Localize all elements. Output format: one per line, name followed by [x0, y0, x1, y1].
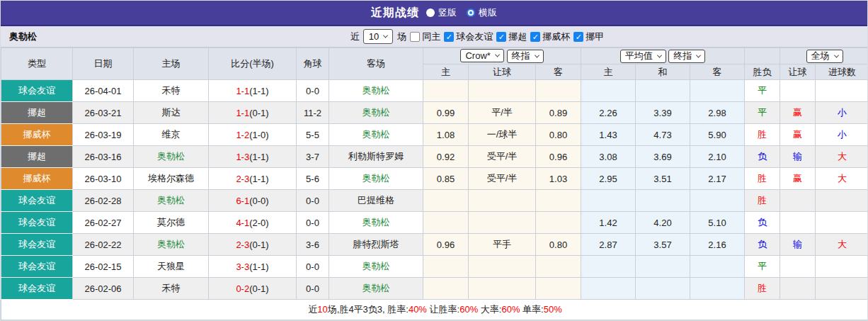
corner-cell: 3-7: [297, 146, 329, 168]
odds-home-cell: 0.99: [423, 102, 469, 124]
avg-away-cell: 5.90: [690, 124, 745, 146]
home-team-cell: 禾特: [134, 80, 209, 102]
avg-home-cell: [581, 256, 636, 278]
type-badge: 球会友谊: [1, 212, 73, 234]
avg-away-cell: 5.10: [690, 212, 745, 234]
handicap-result-cell: 赢: [780, 168, 816, 190]
result-header-spacer: [745, 48, 780, 64]
filter-obos-checkbox[interactable]: ✓: [573, 32, 583, 42]
score-cell: 2-3(1-1): [209, 168, 297, 190]
odds-final-select[interactable]: 终指: [507, 50, 544, 63]
scope-select[interactable]: 全场: [806, 50, 843, 63]
filter-cup-checkbox[interactable]: ✓: [530, 32, 540, 42]
summary-segment: 场,胜4平3负3, 胜率:: [328, 304, 409, 315]
layout-option-vertical[interactable]: 竖版: [426, 6, 457, 19]
table-row: 挪威杯 26-03-10 埃格尔森德 2-3(1-1) 5-6 奥勒松 0.85…: [1, 168, 868, 190]
goals-result-cell: 大: [816, 234, 868, 256]
unit-label: 场: [397, 30, 406, 43]
avg-home-cell: 2.95: [581, 168, 636, 190]
type-badge: 球会友谊: [1, 80, 73, 102]
table-row: 挪超 26-03-16 奥勒松 1-3(1-1) 3-7 利勒斯特罗姆 0.92…: [1, 146, 868, 168]
odds-home-cell: 1.08: [423, 124, 469, 146]
radio-vertical-icon[interactable]: [426, 9, 435, 17]
avg-away-cell: [690, 256, 745, 278]
odds-final-value: 终指: [512, 50, 530, 62]
goals-result-cell: [816, 190, 868, 212]
recent-count-value: 10: [369, 31, 379, 42]
avg-away-cell: 2.98: [690, 102, 745, 124]
date-cell: 26-03-10: [73, 168, 134, 190]
handicap-result-cell: [780, 256, 816, 278]
away-team-cell: 腓特烈斯塔: [329, 234, 423, 256]
avg-home-cell: 2.87: [581, 234, 636, 256]
layout-option-horizontal[interactable]: 横版: [467, 6, 497, 19]
subheader-odds-line: 让球: [469, 64, 536, 80]
date-cell: 26-02-06: [73, 278, 134, 300]
odds-away-cell: [536, 80, 581, 102]
wdl-result-cell: 平: [745, 80, 780, 102]
chevron-down-icon: [495, 52, 500, 57]
type-badge: 球会友谊: [1, 234, 73, 256]
filter-friendly-checkbox[interactable]: ✓: [444, 32, 454, 42]
radio-horizontal-label[interactable]: 横版: [479, 6, 497, 19]
odds-line-cell: 受平/半: [469, 168, 536, 190]
wdl-result-cell: 胜: [745, 168, 780, 190]
radio-horizontal-icon[interactable]: [467, 9, 475, 17]
odds-line-cell: [469, 190, 536, 212]
filter-eliteserien-checkbox[interactable]: ✓: [496, 32, 506, 42]
same-home-checkbox[interactable]: [410, 32, 420, 42]
date-cell: 26-03-16: [73, 146, 134, 168]
summary-segment: 60%: [501, 304, 520, 315]
score-cell: 1-2(1-0): [209, 124, 297, 146]
away-team-cell: 奥勒松: [329, 168, 423, 190]
layout-radio-group: 竖版 横版: [426, 6, 497, 19]
odds-home-cell: 0.85: [423, 168, 469, 190]
odds-line-cell: 平/半: [469, 102, 536, 124]
chevron-down-icon: [833, 52, 838, 57]
summary-segment: 40%: [409, 304, 427, 315]
handicap-result-cell: [780, 190, 816, 212]
score-cell: 4-1(2-0): [209, 212, 297, 234]
odds-source-select[interactable]: Crow*: [460, 49, 503, 62]
summary-segment: 单率:: [520, 304, 543, 315]
radio-vertical-label[interactable]: 竖版: [438, 6, 457, 19]
table-row: 球会友谊 26-02-28 奥勒松 6-1(0-0) 0-0 巴提维格 胜: [1, 190, 868, 212]
odds-home-cell: [423, 80, 469, 102]
recent-count-select[interactable]: 10: [363, 29, 393, 44]
summary-segment: 60%: [459, 304, 478, 315]
avg-select[interactable]: 平均值: [620, 50, 666, 63]
type-badge: 挪威杯: [1, 124, 73, 146]
summary-row: 近10场,胜4平3负3, 胜率:40% 让胜率:60% 大率:60% 单率:50…: [1, 300, 868, 320]
home-team-cell: 埃格尔森德: [134, 168, 209, 190]
handicap-result-cell: 输: [780, 146, 816, 168]
wdl-result-cell: 平: [745, 102, 780, 124]
date-cell: 26-03-19: [73, 124, 134, 146]
odds-away-cell: 0.80: [536, 124, 581, 146]
recent-label: 近: [350, 30, 360, 43]
filter-controls: 近 10 场 同主 ✓ 球会友谊 ✓ 挪超 ✓ 挪威杯 ✓ 挪甲: [350, 29, 605, 44]
home-team-cell: 天狼星: [134, 256, 209, 278]
filter-obos-label: 挪甲: [586, 30, 604, 43]
date-cell: 26-03-21: [73, 102, 134, 124]
score-cell: 1-1(1-1): [209, 80, 297, 102]
subheader-odds-home: 主: [423, 64, 469, 80]
summary-segment: 大率:: [478, 304, 501, 315]
scope-value: 全场: [811, 50, 830, 62]
odds-home-cell: [423, 278, 469, 300]
panel-title: 近期战绩: [371, 6, 419, 21]
home-team-cell: 奥勒松: [134, 146, 209, 168]
goals-result-cell: [816, 212, 868, 234]
avg-draw-cell: 3.57: [636, 234, 690, 256]
odds-select-group: Crow* 终指: [423, 48, 581, 64]
goals-result-cell: [816, 278, 868, 300]
type-badge: 球会友谊: [1, 190, 73, 212]
odds-line-cell: [469, 256, 536, 278]
corner-cell: 5-6: [297, 168, 329, 190]
avg-final-select[interactable]: 终指: [668, 50, 705, 63]
table-row: 挪超 26-03-21 斯达 1-1(0-1) 11-2 奥勒松 0.99 平/…: [1, 102, 868, 124]
odds-line-cell: [469, 80, 536, 102]
date-cell: 26-02-27: [73, 212, 134, 234]
recent-results-panel: 近期战绩 竖版 横版 奥勒松 近 10 场 同主 ✓ 球会友谊 ✓: [0, 0, 868, 321]
score-cell: 0-2(0-1): [209, 278, 297, 300]
score-cell: 1-1(0-1): [209, 102, 297, 124]
